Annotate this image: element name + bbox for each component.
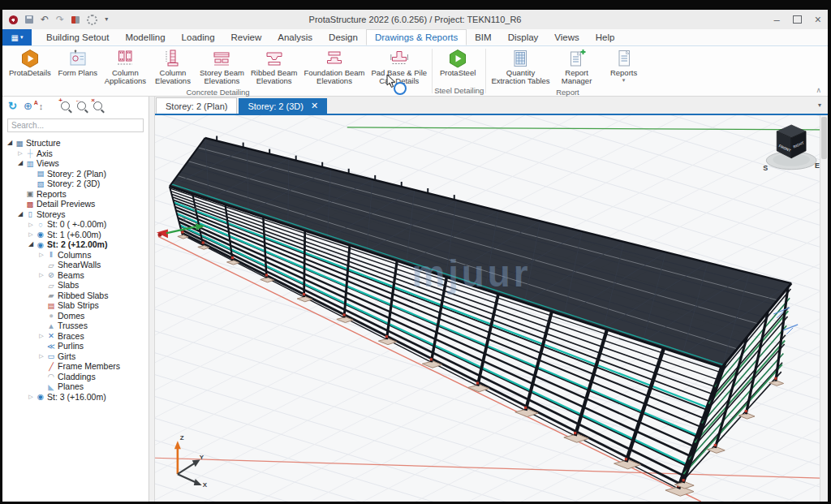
ribbon-button-label: Elevations bbox=[205, 77, 240, 85]
viewport-scrollbar[interactable] bbox=[820, 115, 828, 502]
app-menu-button[interactable]: ▦▾ bbox=[2, 29, 32, 45]
braces-icon: ✕ bbox=[45, 332, 57, 340]
tree-item-slabs[interactable]: ▱Slabs bbox=[6, 280, 149, 291]
ribbon-button-foundation-beam[interactable]: Foundation BeamElevations bbox=[300, 48, 368, 87]
tree-item-st-0-0-00m-[interactable]: ▷○St: 0 ( +-0.00m) bbox=[6, 219, 149, 230]
storey-plan-icon: ▤ bbox=[35, 170, 46, 178]
tab-close-icon[interactable]: ✕ bbox=[311, 101, 318, 110]
ribbon-button-protasteel[interactable]: ProtaSteel bbox=[434, 48, 481, 78]
tree-item-storeys[interactable]: ◢▯Storeys bbox=[6, 209, 149, 220]
maximize-icon[interactable] bbox=[793, 15, 802, 24]
tree-item-trusses[interactable]: ▲Trusses bbox=[6, 321, 149, 331]
tree-item-domes[interactable]: ●Domes bbox=[6, 311, 149, 321]
ribbon-collapse-icon[interactable]: ∧ bbox=[816, 86, 821, 94]
menu-tab-building-setout[interactable]: Building Setout bbox=[38, 29, 117, 45]
tree-item-shearwalls[interactable]: ▱ShearWalls bbox=[6, 260, 149, 270]
refresh-icon[interactable]: ↻ bbox=[8, 101, 17, 111]
tree-item-st-3-16-00m-[interactable]: ▷◉St: 3 (+16.00m) bbox=[6, 392, 149, 403]
tree-expanded-icon[interactable]: ◢ bbox=[6, 140, 14, 146]
sort-icon[interactable]: A↕ bbox=[39, 101, 44, 111]
tree-item-label: Storeys bbox=[36, 209, 66, 219]
view-tab-storey-2-plan-[interactable]: Storey: 2 (Plan) bbox=[156, 97, 237, 114]
ribbon-button-report[interactable]: ReportManager bbox=[553, 48, 601, 87]
tree-item-st-1-6-00m-[interactable]: ▷◉St: 1 (+6.00m) bbox=[6, 230, 149, 240]
tree-collapsed-icon[interactable]: ▷ bbox=[37, 272, 45, 278]
scrollbar-thumb[interactable] bbox=[821, 117, 827, 159]
tree-item-axis[interactable]: ▷┼Axis bbox=[6, 149, 149, 159]
window-title: ProtaStructure 2022 (6.0.256) / Project:… bbox=[2, 15, 828, 24]
tab-list-dropdown-icon[interactable]: ▾ bbox=[818, 101, 821, 109]
close-icon[interactable]: × bbox=[815, 14, 821, 25]
tree-item-beams[interactable]: ▷⊘Beams bbox=[6, 270, 149, 281]
tree-item-st-2-12-00m-[interactable]: ◢◉St: 2 (+12.00m) bbox=[6, 239, 149, 250]
ribbon-button-storey-beam[interactable]: Storey BeamElevations bbox=[196, 48, 248, 87]
viewport-3d[interactable]: XYmjuurFRONTRIGHTSEZXY bbox=[155, 115, 828, 502]
app-logo-icon[interactable] bbox=[9, 15, 18, 24]
tree-expanded-icon[interactable]: ◢ bbox=[16, 211, 24, 218]
search-input[interactable] bbox=[7, 118, 144, 132]
tree-item-slab-strips[interactable]: ▤Slab Strips bbox=[6, 300, 149, 311]
tree-item-planes[interactable]: ◣Planes bbox=[6, 381, 149, 392]
undo-icon[interactable]: ↶ bbox=[41, 15, 49, 24]
view-tab-storey-2-3d-[interactable]: Storey: 2 (3D)✕ bbox=[239, 98, 327, 114]
menu-tab-drawings-reports[interactable]: Drawings & Reports bbox=[366, 29, 467, 45]
tree-collapsed-icon[interactable]: ▷ bbox=[27, 394, 35, 399]
panel-splitter[interactable] bbox=[149, 97, 155, 502]
menu-tab-bim[interactable]: BIM bbox=[467, 29, 499, 45]
tree-item-reports[interactable]: ▣Reports bbox=[6, 189, 149, 200]
zoom-previous-icon[interactable]: ← bbox=[77, 101, 86, 110]
tree-collapsed-icon[interactable]: ▷ bbox=[37, 353, 45, 359]
menu-tab-views[interactable]: Views bbox=[546, 29, 587, 45]
tree-item-frame-members[interactable]: ╱Frame Members bbox=[6, 361, 149, 372]
ribbon-button-ribbed-beam[interactable]: Ribbed BeamElevations bbox=[248, 48, 301, 87]
ribbon-button-reports[interactable]: Reports▾ bbox=[601, 48, 648, 84]
tree-item-label: Slabs bbox=[57, 280, 79, 290]
tree-collapsed-icon[interactable]: ▷ bbox=[27, 231, 35, 237]
update-model-icon[interactable] bbox=[71, 16, 80, 24]
ribbon-button-column[interactable]: ColumnElevations bbox=[149, 48, 196, 87]
tree-item-columns[interactable]: ▷‖Columns bbox=[6, 250, 149, 261]
view-tab-label: Storey: 2 (Plan) bbox=[166, 101, 227, 111]
menu-tab-analysis[interactable]: Analysis bbox=[269, 29, 321, 45]
menu-tab-help[interactable]: Help bbox=[588, 29, 623, 45]
ribbon-button-column[interactable]: ColumnApplications bbox=[101, 48, 149, 87]
zoom-extents-icon[interactable]: × bbox=[93, 101, 102, 110]
redo-icon[interactable]: ↷ bbox=[56, 15, 64, 24]
tree-collapsed-icon[interactable]: ▷ bbox=[37, 333, 45, 338]
menu-tab-review[interactable]: Review bbox=[223, 29, 270, 45]
ribbon-button-label: Form Plans bbox=[58, 69, 97, 77]
tree-item-views[interactable]: ◢▥Views bbox=[6, 158, 149, 169]
ribbon-group-label: Steel Detailing bbox=[434, 85, 484, 96]
tree-item-girts[interactable]: ▷▭Girts bbox=[6, 351, 149, 362]
tree-expanded-icon[interactable]: ◢ bbox=[16, 160, 24, 166]
tree-item-structure[interactable]: ◢▦Structure bbox=[6, 138, 149, 149]
tree-item-detail-previews[interactable]: ▩Detail Previews bbox=[6, 199, 149, 209]
tree-collapsed-icon[interactable]: ▷ bbox=[37, 252, 45, 257]
ribbon-button-form-plans[interactable]: Form Plans bbox=[54, 48, 101, 78]
tree-item-label: St: 2 (+12.00m) bbox=[46, 239, 107, 249]
zoom-window-icon[interactable]: + bbox=[61, 101, 70, 110]
settings-gear-icon[interactable] bbox=[87, 15, 97, 25]
model-3d-scene[interactable]: XYmjuurFRONTRIGHTSEZXY bbox=[155, 115, 820, 502]
save-icon[interactable] bbox=[25, 15, 33, 24]
chevron-down-icon: ▾ bbox=[622, 77, 626, 84]
quick-access-more-icon[interactable]: ▾ bbox=[105, 16, 108, 23]
tree-item-ribbed-slabs[interactable]: ▰Ribbed Slabs bbox=[6, 291, 149, 301]
ribbon-button-quantity[interactable]: QuantityExtraction Tables bbox=[488, 48, 553, 87]
tree-item-braces[interactable]: ▷✕Braces bbox=[6, 331, 149, 342]
minimize-icon[interactable]: – bbox=[774, 15, 780, 25]
tree-expanded-icon[interactable]: ◢ bbox=[27, 241, 35, 248]
menu-tab-design[interactable]: Design bbox=[321, 29, 366, 45]
tree-collapsed-icon[interactable]: ▷ bbox=[16, 150, 24, 156]
tree-collapsed-icon[interactable]: ▷ bbox=[27, 222, 35, 227]
menu-tab-modelling[interactable]: Modelling bbox=[117, 29, 173, 45]
tree-item-storey-2-3d-[interactable]: ▧Storey: 2 (3D) bbox=[6, 179, 149, 189]
ribbon-button-protadetails[interactable]: ProtaDetails bbox=[6, 48, 54, 78]
ribbon-button-pad-base-pile[interactable]: Pad Base & PileCap Details bbox=[368, 48, 430, 87]
tree-item-claddings[interactable]: ◠Claddings bbox=[6, 372, 149, 382]
tree-item-storey-2-plan-[interactable]: ▤Storey: 2 (Plan) bbox=[6, 169, 149, 179]
tree-item-purlins[interactable]: ≪Purlins bbox=[6, 341, 149, 351]
display-settings-icon[interactable]: ⊕ bbox=[24, 101, 32, 111]
menu-tab-loading[interactable]: Loading bbox=[174, 29, 223, 45]
menu-tab-display[interactable]: Display bbox=[500, 29, 547, 45]
